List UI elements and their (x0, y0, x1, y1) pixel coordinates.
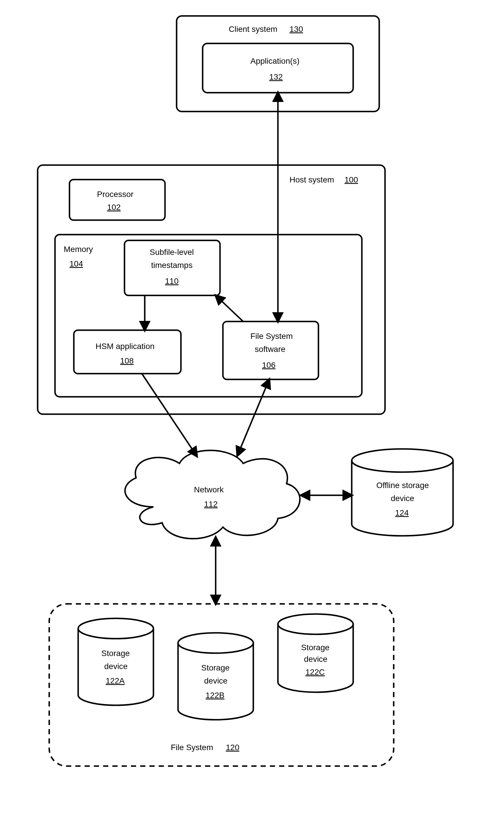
svg-rect-6 (74, 330, 181, 374)
svg-line-17 (237, 380, 269, 455)
svg-rect-4 (55, 235, 362, 397)
sdB-l2: device (204, 676, 228, 685)
network-label: Network (194, 485, 224, 494)
storage-device-b: Storage device 122B (178, 633, 253, 720)
svg-rect-2 (38, 165, 385, 414)
svg-point-10 (78, 618, 153, 639)
connectors (142, 93, 352, 604)
fs-ref: 120 (226, 743, 239, 752)
fs-label: File System (171, 743, 213, 752)
subfile-label1: Subfile-level (150, 247, 194, 256)
svg-line-15 (216, 295, 243, 321)
fss-label1: File System (250, 332, 293, 341)
applications-label: Application(s) (250, 57, 299, 66)
fss-label2: software (255, 345, 285, 353)
client-system-ref: 130 (289, 25, 303, 33)
svg-point-12 (278, 614, 353, 634)
offline-label2: device (391, 494, 414, 503)
network-ref: 112 (204, 500, 218, 509)
network-cloud: Network 112 (125, 450, 300, 539)
storage-device-a: Storage device 122A (78, 618, 153, 705)
sdC-ref: 122C (305, 667, 325, 677)
memory-label: Memory (64, 245, 93, 254)
memory-ref: 104 (70, 259, 83, 268)
sdA-ref: 122A (106, 676, 125, 685)
offline-storage: Offline storage device 124 (352, 449, 453, 536)
sdB-l1: Storage (201, 663, 230, 672)
svg-point-8 (352, 449, 453, 472)
sdA-l2: device (104, 662, 128, 671)
sdC-l1: Storage (301, 643, 330, 652)
sdB-ref: 122B (206, 691, 224, 700)
diagram-canvas: Client system 130 Application(s) 132 Hos… (0, 0, 504, 824)
svg-rect-3 (70, 180, 165, 220)
hsm-label: HSM application (96, 342, 155, 351)
hsm-ref: 108 (120, 356, 134, 365)
processor-ref: 102 (107, 203, 121, 212)
processor-label: Processor (97, 190, 133, 199)
sdC-l2: device (304, 654, 328, 663)
host-system-block: Host system 100 Processor 102 Memory 104… (38, 165, 385, 414)
client-system-label: Client system (229, 25, 277, 33)
svg-rect-1 (203, 43, 353, 93)
subfile-label2: timestamps (151, 261, 193, 270)
subfile-ref: 110 (165, 277, 178, 286)
file-system-group: File System 120 Storage device 122A Stor… (49, 604, 394, 766)
storage-device-c: Storage device 122C (278, 614, 353, 692)
fss-ref: 106 (262, 360, 276, 370)
svg-point-11 (178, 633, 253, 653)
host-ref: 100 (345, 175, 358, 184)
sdA-l1: Storage (101, 649, 130, 658)
applications-ref: 132 (269, 73, 283, 81)
offline-ref: 124 (395, 508, 409, 517)
offline-label1: Offline storage (376, 481, 429, 490)
host-label: Host system (289, 175, 334, 184)
